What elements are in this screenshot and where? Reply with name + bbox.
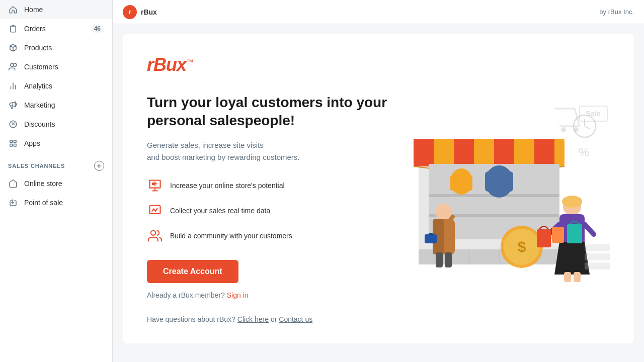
click-here-link[interactable]: Click here <box>237 315 269 323</box>
svg-rect-7 <box>494 139 514 166</box>
sign-in-link[interactable]: Sign in <box>227 291 249 299</box>
svg-rect-13 <box>450 175 472 191</box>
feature-text: Build a community with your customers <box>170 232 292 240</box>
feature-icon-0 <box>147 177 163 194</box>
sidebar-item-label: Marketing <box>24 101 55 109</box>
discounts-icon <box>8 119 18 129</box>
create-account-button[interactable]: Create Account <box>147 260 238 283</box>
rbux-logo-text: rBux™ <box>147 54 193 75</box>
feature-icon-2 <box>147 228 163 244</box>
svg-rect-51 <box>585 253 610 260</box>
sidebar-item-label: Discounts <box>24 120 55 128</box>
logo-tm: ™ <box>186 58 193 66</box>
svg-line-46 <box>585 126 590 129</box>
sales-channels-label: SALES CHANNELS <box>8 163 65 169</box>
add-sales-channel-button[interactable]: + <box>94 161 104 171</box>
svg-line-36 <box>585 224 594 234</box>
svg-rect-6 <box>454 139 474 166</box>
sidebar-item-discounts[interactable]: Discounts <box>0 115 112 134</box>
svg-point-24 <box>436 204 452 220</box>
customers-icon <box>8 62 18 72</box>
app-name: rBux <box>141 8 157 16</box>
top-bar: r rBux by rBux Inc. <box>113 0 644 24</box>
svg-rect-39 <box>567 224 582 243</box>
svg-rect-1 <box>150 205 160 213</box>
feature-item: Increase your online store's potential <box>147 177 388 194</box>
main-content-row: Turn your loyal customers into your pers… <box>147 94 610 299</box>
svg-rect-30 <box>425 234 437 243</box>
sidebar-item-online-store[interactable]: Online store <box>0 174 112 193</box>
apps-icon <box>8 138 18 148</box>
sidebar-item-products[interactable]: Products <box>0 38 112 57</box>
sidebar-item-label: Customers <box>24 63 58 71</box>
footer-questions: Have questions about rBux? Click here or… <box>147 315 610 323</box>
svg-rect-37 <box>537 229 551 247</box>
feature-list: Increase your online store's potential C… <box>147 177 388 244</box>
svg-text:Sale: Sale <box>586 110 601 118</box>
svg-rect-29 <box>445 252 452 267</box>
sidebar-item-point-of-sale[interactable]: Point of sale <box>0 193 112 212</box>
svg-point-2 <box>151 230 155 235</box>
subtext: Generate sales, increase site visits and… <box>147 139 388 163</box>
feature-text: Collect your sales real time data <box>170 207 270 215</box>
feature-icon-1 <box>147 203 163 219</box>
sidebar-item-analytics[interactable]: Analytics <box>0 76 112 96</box>
pos-icon <box>8 198 18 208</box>
sidebar-item-label: Orders <box>24 25 46 33</box>
svg-rect-5 <box>414 139 434 166</box>
sidebar: Home Orders 46 Products Customers <box>0 0 113 362</box>
sidebar-item-home[interactable]: Home <box>0 0 112 19</box>
analytics-icon <box>8 81 18 91</box>
orders-icon <box>8 24 18 34</box>
main-area: r rBux by rBux Inc. rBux™ Turn your loya… <box>113 0 644 362</box>
feature-item: Build a community with your customers <box>147 228 388 244</box>
sidebar-item-label: Apps <box>24 139 40 147</box>
sidebar-item-orders[interactable]: Orders 46 <box>0 19 112 38</box>
left-content: Turn your loyal customers into your pers… <box>147 94 388 299</box>
rbux-card-logo: rBux™ <box>147 54 610 94</box>
feature-text: Increase your online store's potential <box>170 182 285 190</box>
right-illustration: $ <box>388 94 610 295</box>
svg-rect-28 <box>436 252 443 267</box>
svg-text:$: $ <box>518 238 526 255</box>
sidebar-item-apps[interactable]: Apps <box>0 134 112 153</box>
svg-rect-41 <box>574 272 581 282</box>
svg-rect-8 <box>534 139 554 166</box>
topbar-byline: by rBux Inc. <box>599 8 634 16</box>
svg-rect-15 <box>485 171 513 192</box>
home-icon <box>8 5 18 15</box>
sales-channels-section: SALES CHANNELS + <box>0 153 112 174</box>
products-icon <box>8 43 18 53</box>
feature-item: Collect your sales real time data <box>147 203 388 219</box>
svg-text:%: % <box>579 145 589 159</box>
sidebar-item-label: Online store <box>24 179 62 188</box>
svg-rect-38 <box>552 227 564 243</box>
sidebar-item-label: Home <box>24 6 43 14</box>
sidebar-item-label: Products <box>24 44 52 52</box>
headline: Turn your loyal customers into your pers… <box>147 94 388 130</box>
store-icon <box>8 178 18 189</box>
svg-point-42 <box>561 127 566 132</box>
sidebar-item-label: Analytics <box>24 82 52 90</box>
content-area: rBux™ Turn your loyal customers into you… <box>113 24 644 362</box>
sidebar-item-customers[interactable]: Customers <box>0 57 112 76</box>
svg-point-33 <box>562 196 582 208</box>
contact-us-link[interactable]: Contact us <box>279 315 312 323</box>
svg-rect-40 <box>564 272 571 282</box>
logo-letter: r <box>129 9 131 16</box>
svg-rect-50 <box>585 244 610 251</box>
svg-rect-31 <box>429 233 433 235</box>
sidebar-item-marketing[interactable]: Marketing <box>0 96 112 115</box>
svg-rect-52 <box>585 262 610 269</box>
already-member-text: Already a rBux member? Sign in <box>147 291 388 299</box>
rbux-card: rBux™ Turn your loyal customers into you… <box>123 34 634 343</box>
marketing-icon <box>8 100 18 110</box>
orders-badge: 46 <box>91 25 104 33</box>
topbar-logo: r rBux <box>123 5 157 19</box>
logo-circle: r <box>123 5 137 19</box>
sidebar-item-label: Point of sale <box>24 199 63 207</box>
